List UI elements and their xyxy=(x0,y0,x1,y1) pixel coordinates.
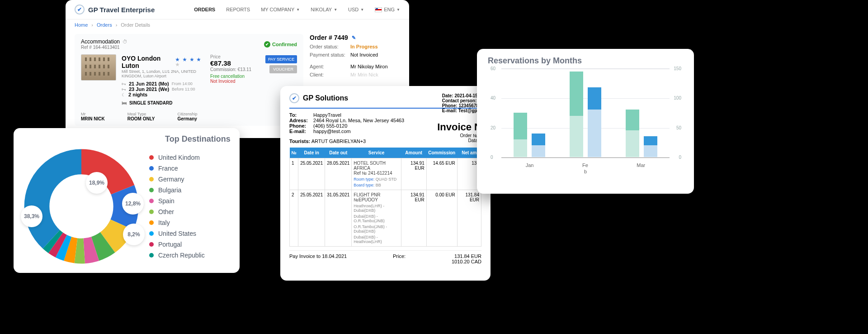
donut-chart: 18,9%12,8%8,2%38,3% xyxy=(23,148,140,265)
hotel-thumbnail xyxy=(81,54,116,81)
pay-by: Pay Invoice to 18.04.2021 xyxy=(289,253,347,264)
chevron-down-icon: ▼ xyxy=(360,8,364,12)
bed-icon: 🛏 xyxy=(122,100,127,105)
bar-group xyxy=(570,68,601,157)
breadcrumb-orders[interactable]: Orders xyxy=(97,22,112,28)
key-icon: 🗝 xyxy=(122,81,126,86)
legend-dot-icon xyxy=(149,177,154,181)
status-confirmed: Confirmed xyxy=(264,41,297,48)
section-title: Accommodation xyxy=(81,38,120,45)
table-row: 125.05.202128.05.2021HOTEL SOUTH AFRICAR… xyxy=(290,158,481,190)
reservations-chart-panel: Reservations by Months 0204060 050100150… xyxy=(477,49,694,194)
brand: ✔ GP Travel Enterprise xyxy=(75,5,155,14)
legend-dot-icon xyxy=(149,155,154,160)
breadcrumb: Home › Orders › Order Details xyxy=(66,19,409,30)
chevron-down-icon: ▼ xyxy=(334,8,337,12)
legend-dot-icon xyxy=(149,166,154,171)
legend-dot-icon xyxy=(149,188,154,192)
legend-dot-icon xyxy=(149,220,154,225)
chevron-down-icon: ▼ xyxy=(296,8,300,12)
clock-icon: ⏱ xyxy=(123,39,127,44)
legend-item[interactable]: Portugal xyxy=(149,239,205,250)
top-destinations-panel: Top Destinations 18,9%12,8%8,2%38,3% Uni… xyxy=(14,128,240,273)
legend-dot-icon xyxy=(149,242,154,247)
legend-item[interactable]: United Kindom xyxy=(149,152,205,163)
brand-text: GP Travel Enterprise xyxy=(88,6,155,14)
chart-bubble: 18,9% xyxy=(86,172,108,194)
pay-service-button[interactable]: PAY SERVICE xyxy=(265,55,297,63)
price: €87.38 xyxy=(210,59,260,67)
panel-title: Top Destinations xyxy=(165,134,231,144)
invoice-totals: 131.84 EUR1010.20 CAD xyxy=(452,253,481,264)
chevron-down-icon: ▼ xyxy=(396,8,400,12)
chart-bubble: 12,8% xyxy=(122,193,144,215)
bar-group xyxy=(514,68,545,157)
legend: United KindomFranceGermanyBulgariaSpainO… xyxy=(149,152,205,261)
top-nav: ✔ GP Travel Enterprise ORDERS REPORTS MY… xyxy=(66,0,409,19)
hotel-name[interactable]: OYO London Luton xyxy=(122,55,173,69)
accommodation-card: Accommodation ⏱ Ref # 164-4613401 Confir… xyxy=(75,34,303,126)
legend-dot-icon xyxy=(149,231,154,236)
key-icon: 🗝 xyxy=(122,87,126,92)
legend-item[interactable]: Spain xyxy=(149,196,205,206)
legend-item[interactable]: Bulgaria xyxy=(149,185,205,196)
invoice-table: № Date in Date out Service Amount Commis… xyxy=(289,148,481,247)
legend-item[interactable]: United States xyxy=(149,228,205,239)
legend-item[interactable]: France xyxy=(149,163,205,174)
nav-currency[interactable]: USD▼ xyxy=(348,7,364,12)
chart-bubble: 38,3% xyxy=(21,205,42,227)
nav-user[interactable]: NIKOLAY▼ xyxy=(311,7,337,12)
breadcrumb-current: Order Details xyxy=(121,22,150,28)
table-row: 225.05.202131.05.2021FLIGHT PNR №EPUOOYH… xyxy=(290,190,481,247)
voucher-button[interactable]: VOUCHER xyxy=(269,65,297,73)
breadcrumb-home[interactable]: Home xyxy=(75,22,88,28)
legend-item[interactable]: Other xyxy=(149,206,205,217)
legend-item[interactable]: Germany xyxy=(149,174,205,185)
flag-icon xyxy=(375,7,382,12)
legend-item[interactable]: Czerch Republic xyxy=(149,250,205,261)
nav-reports[interactable]: REPORTS xyxy=(226,7,250,12)
legend-dot-icon xyxy=(149,199,154,203)
moon-icon: ☾ xyxy=(122,92,126,97)
hotel-address: Mill Street, 1, London, LU1 2NA, UNITED … xyxy=(122,69,205,78)
nav-language[interactable]: ENG▼ xyxy=(375,7,400,12)
panel-title: Reservations by Months xyxy=(488,56,683,66)
legend-dot-icon xyxy=(149,253,154,258)
invoice-panel: ✔ GP Solutions Date: 2021-04-15 1 Contac… xyxy=(280,86,491,281)
invoice-meta: Date: 2021-04-15 1 Contact person: D Pho… xyxy=(442,93,481,113)
bar-chart: 0204060 050100150 JanFeMar b xyxy=(488,68,683,168)
nav-menu: ORDERS REPORTS MY COMPANY▼ NIKOLAY▼ USD▼… xyxy=(194,7,400,12)
ref-number: Ref # 164-4613401 xyxy=(81,45,127,50)
bar-group xyxy=(626,68,657,157)
legend-item[interactable]: Italy xyxy=(149,217,205,228)
edit-icon[interactable]: ✎ xyxy=(352,35,356,41)
legend-dot-icon xyxy=(149,210,154,214)
chart-bubble: 8,2% xyxy=(123,224,145,245)
brand-logo-icon: ✔ xyxy=(289,93,299,103)
brand-logo-icon: ✔ xyxy=(75,5,85,14)
nav-orders[interactable]: ORDERS xyxy=(194,7,215,12)
nav-my-company[interactable]: MY COMPANY▼ xyxy=(261,7,300,12)
star-rating: ★ ★ ★ ★ ★ xyxy=(175,57,205,67)
invoice-title: Invoice N xyxy=(437,121,481,133)
